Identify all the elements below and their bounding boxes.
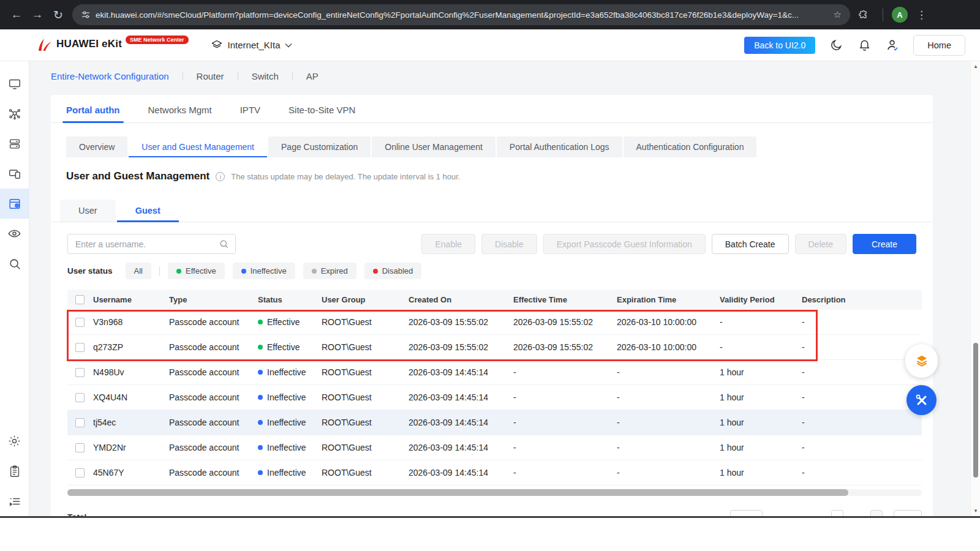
nav-entire-network-configuration[interactable]: Entire-Network Configuration [51,71,183,81]
page-number-button[interactable] [870,510,883,516]
chevron-down-icon [285,43,292,48]
browser-back-icon[interactable]: ← [6,4,27,25]
enable-button[interactable]: Enable [421,234,475,254]
subtab-portal-authentication-logs[interactable]: Portal Authentication Logs [497,137,622,157]
row-checkbox[interactable] [75,343,85,352]
huawei-logo-icon [37,38,53,53]
page-prev-button[interactable] [831,510,843,516]
hscroll-thumb[interactable] [67,489,848,496]
rail-server-stack-icon[interactable] [0,129,29,159]
vscroll-thumb[interactable] [973,343,978,478]
scroll-down-icon[interactable]: ▼ [971,508,980,514]
cell-expiration-time: - [617,418,720,427]
page-goto-box[interactable] [894,510,922,516]
status-dot [258,395,263,400]
batch-create-button[interactable]: Batch Create [712,234,789,254]
vertical-scrollbar[interactable]: ▲ ▼ [970,61,980,516]
cell-status: Ineffective [258,443,322,452]
subtab-online-user-management[interactable]: Online User Management [372,137,496,157]
delete-button[interactable]: Delete [795,234,846,254]
rail-config-panel-icon[interactable] [0,189,29,219]
notifications-bell-icon[interactable] [857,38,872,53]
cell-effective-time: - [513,418,617,427]
cell-description: - [802,367,922,377]
row-checkbox[interactable] [75,368,85,377]
ineffective-dot [241,269,246,274]
site-picker[interactable]: Internet_KIta [211,39,293,51]
cell-expiration-time: - [617,367,720,377]
cell-effective-time: - [513,468,617,478]
filter-all[interactable]: All [126,263,151,279]
address-bar[interactable]: ekit.huawei.com/#/smeCloud/Platform?plat… [72,4,850,25]
nav-router[interactable]: Router [183,71,238,81]
search-icon[interactable] [219,239,229,249]
records-per-page-select[interactable] [730,510,763,516]
subtab-overview[interactable]: Overview [66,137,127,157]
row-checkbox[interactable] [75,418,85,427]
cell-user-group: ROOT\Guest [322,317,409,327]
filter-effective[interactable]: Effective [168,263,225,279]
row-checkbox[interactable] [75,468,85,478]
portal-subtabs: Overview User and Guest Management Page … [66,137,756,157]
browser-menu-icon[interactable]: ⋮ [916,9,927,21]
nav-ap[interactable]: AP [293,71,332,81]
select-all-checkbox[interactable] [75,295,85,304]
rail-devices-icon[interactable] [0,159,29,189]
rail-monitor-icon[interactable] [0,69,29,99]
row-checkbox[interactable] [75,318,85,327]
subtab-user-and-guest-management[interactable]: User and Guest Management [129,137,267,157]
row-checkbox[interactable] [75,393,85,402]
status-dot [258,320,263,324]
crossed-tools-icon [914,393,929,408]
rail-clipboard-icon[interactable] [0,456,29,486]
extensions-icon[interactable] [859,10,869,20]
tab-portal-authn[interactable]: Portal authn [66,105,120,122]
search-input[interactable] [75,239,219,249]
table-header: Username Type Status User Group Created … [67,290,922,310]
rail-list-indent-icon[interactable] [0,486,29,516]
nav-switch[interactable]: Switch [238,71,292,81]
cell-validity-period: 1 hour [720,392,802,402]
filter-ineffective[interactable]: Ineffective [233,263,295,279]
disable-button[interactable]: Disable [481,234,537,254]
table-row: XQ4U4NPasscode accountIneffectiveROOT\Gu… [67,385,922,410]
browser-reload-icon[interactable]: ↻ [48,4,69,25]
filter-disabled[interactable]: Disabled [364,263,422,279]
col-user-group: User Group [322,295,409,304]
rail-search-icon[interactable] [0,249,29,279]
cell-created-on: 2026-03-09 15:55:02 [409,342,513,352]
tab-site-to-site-vpn[interactable]: Site-to-Site VPN [288,105,355,122]
scroll-up-icon[interactable]: ▲ [971,64,980,69]
tab-user[interactable]: User [60,200,116,222]
export-passcode-button[interactable]: Export Passcode Guest Information [543,234,706,254]
rail-eye-icon[interactable] [0,219,29,249]
create-button[interactable]: Create [853,234,916,254]
tools-fab[interactable] [907,385,937,415]
user-status-filter: User status All Effective Ineffective Ex… [67,263,421,279]
cell-type: Passcode account [169,418,258,427]
effective-dot [176,269,181,274]
account-check-icon[interactable] [885,38,900,53]
tab-networks-mgmt[interactable]: Networks Mgmt [148,105,212,122]
dark-mode-moon-icon[interactable] [829,38,843,53]
subtab-page-customization[interactable]: Page Customization [268,137,371,157]
back-to-ui2-button[interactable]: Back to UI2.0 [744,37,815,54]
username-search[interactable] [67,234,236,254]
expired-dot [312,269,317,274]
app-root: ← → ↻ ekit.huawei.com/#/smeCloud/Platfor… [0,0,980,551]
tab-guest[interactable]: Guest [117,200,179,222]
horizontal-scrollbar[interactable] [67,489,922,496]
subtab-authentication-configuration[interactable]: Authentication Configuration [624,137,757,157]
row-checkbox[interactable] [75,443,85,452]
bookmark-star-icon[interactable]: ☆ [834,9,842,20]
site-info-icon[interactable] [81,10,91,20]
tab-iptv[interactable]: IPTV [240,105,260,122]
rail-topology-icon[interactable] [0,99,29,129]
browser-forward-icon[interactable]: → [27,4,48,25]
stacked-layers-fab[interactable] [905,344,938,378]
browser-avatar[interactable]: A [892,7,908,23]
status-dot [258,420,263,425]
home-button[interactable]: Home [913,35,965,56]
filter-expired[interactable]: Expired [303,263,356,279]
rail-settings-gear-icon[interactable] [0,426,29,456]
